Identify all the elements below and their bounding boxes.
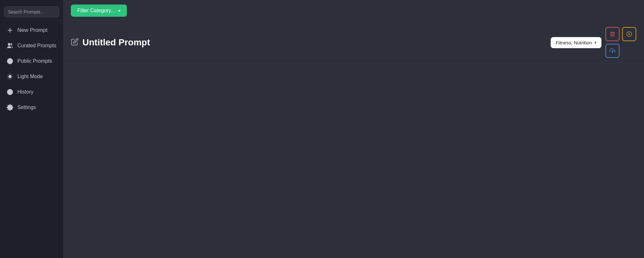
play-button[interactable] <box>622 27 636 41</box>
sun-icon <box>6 73 14 80</box>
sidebar-item-new-prompt-label: New Prompt <box>17 27 48 33</box>
plus-icon <box>6 27 14 33</box>
category-dropdown[interactable]: Fitness, Nutrition ▾ <box>551 37 601 48</box>
sidebar-item-light-mode-label: Light Mode <box>17 74 43 79</box>
sidebar-item-public-prompts[interactable]: Public Prompts <box>0 53 63 69</box>
sidebar-item-settings-label: Settings <box>17 105 36 110</box>
category-value: Fitness, Nutrition <box>555 40 592 45</box>
upload-button[interactable] <box>605 44 620 58</box>
sidebar-item-light-mode[interactable]: Light Mode <box>0 69 63 84</box>
gear-icon <box>6 104 14 111</box>
action-buttons <box>605 27 636 58</box>
filter-category-button[interactable]: Filter Category... ▾ <box>71 5 127 17</box>
prompt-header-right: Fitness, Nutrition ▾ <box>551 27 636 58</box>
top-bar: Filter Category... ▾ <box>63 0 644 21</box>
prompt-body <box>63 63 644 258</box>
upload-icon <box>610 48 615 54</box>
filter-category-chevron: ▾ <box>118 8 120 13</box>
svg-line-11 <box>12 75 12 75</box>
prompt-title-group: Untitled Prompt <box>71 37 150 48</box>
prompt-title: Untitled Prompt <box>82 37 150 48</box>
svg-point-0 <box>8 43 10 46</box>
sidebar-item-settings[interactable]: Settings <box>0 100 63 115</box>
category-chevron: ▾ <box>594 40 597 45</box>
edit-icon <box>71 38 79 47</box>
svg-line-10 <box>8 78 8 78</box>
sidebar-item-curated-prompts-label: Curated Prompts <box>17 43 56 49</box>
prompt-header: Untitled Prompt Fitness, Nutrition ▾ <box>63 21 644 63</box>
filter-category-label: Filter Category... <box>77 8 115 14</box>
users-icon <box>6 42 14 49</box>
trash-icon <box>610 31 615 37</box>
svg-point-3 <box>9 75 11 78</box>
sidebar-item-new-prompt[interactable]: New Prompt <box>0 23 63 38</box>
main-content: Filter Category... ▾ Untitled Prompt Fit… <box>63 0 644 258</box>
svg-line-6 <box>8 75 8 75</box>
svg-marker-15 <box>629 33 630 35</box>
sidebar-item-history-label: History <box>17 89 33 95</box>
sidebar-item-curated-prompts[interactable]: Curated Prompts <box>0 38 63 53</box>
play-icon <box>626 31 632 37</box>
clock-icon <box>6 89 14 95</box>
delete-button[interactable] <box>605 27 620 41</box>
sidebar-item-public-prompts-label: Public Prompts <box>17 58 52 64</box>
action-row-bottom <box>605 44 636 58</box>
sidebar-item-history[interactable]: History <box>0 84 63 100</box>
globe-icon <box>6 58 14 64</box>
svg-line-7 <box>12 78 12 78</box>
search-prompts-button[interactable]: Search Prompts... <box>4 6 59 17</box>
action-row-top <box>605 27 636 41</box>
sidebar: Search Prompts... New Prompt Curated Pro… <box>0 0 63 258</box>
